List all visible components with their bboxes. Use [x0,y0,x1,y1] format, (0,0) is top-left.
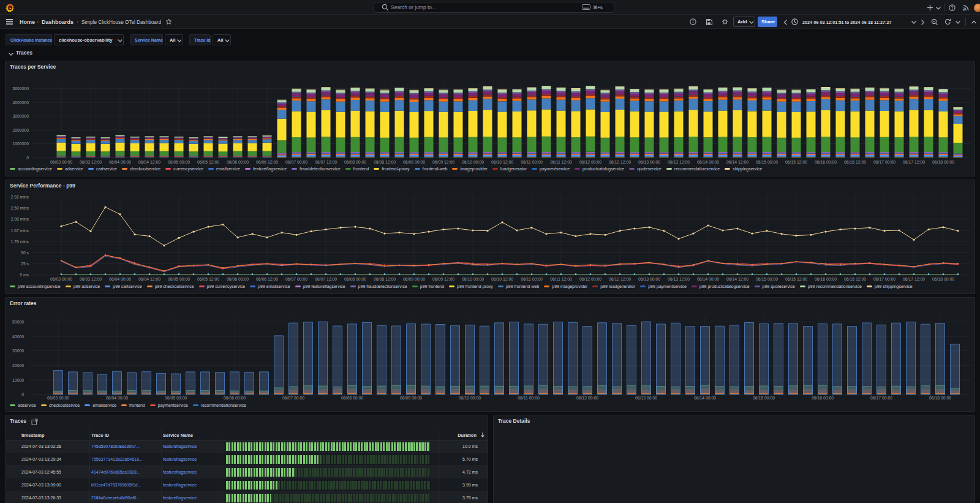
svg-text:0: 0 [26,156,29,160]
svg-text:06/03 00:00: 06/03 00:00 [50,160,72,164]
svg-text:3000000: 3000000 [13,114,29,118]
svg-text:06/15 00:00: 06/15 00:00 [756,160,778,164]
svg-text:2.92 mins: 2.92 mins [11,195,29,199]
svg-text:06/13 00:00: 06/13 00:00 [638,160,660,164]
svg-text:20000: 20000 [12,363,24,368]
svg-text:06/10 00:00: 06/10 00:00 [462,277,484,281]
svg-text:06/17 12:00: 06/17 12:00 [903,160,925,164]
svg-text:06/14 00:00: 06/14 00:00 [697,160,719,164]
svg-text:06/07 12:00: 06/07 12:00 [315,277,337,281]
svg-text:06/12 12:00: 06/12 12:00 [609,160,631,164]
svg-text:06/14 00:00: 06/14 00:00 [694,396,716,400]
svg-text:06/16 12:00: 06/16 12:00 [844,160,866,164]
svg-text:06/15 00:00: 06/15 00:00 [756,277,778,281]
svg-text:06/13 12:00: 06/13 12:00 [668,160,690,164]
svg-text:06/16 00:00: 06/16 00:00 [815,277,837,281]
svg-text:06/09 00:00: 06/09 00:00 [403,160,425,164]
svg-text:06/18 00:00: 06/18 00:00 [932,277,954,281]
svg-text:06/07 00:00: 06/07 00:00 [285,160,307,164]
svg-text:06/17 00:00: 06/17 00:00 [873,277,895,281]
svg-text:06/11 00:00: 06/11 00:00 [518,396,540,400]
svg-text:06/13 00:00: 06/13 00:00 [635,396,657,400]
svg-text:06/10 12:00: 06/10 12:00 [491,160,513,164]
svg-text:06/04 12:00: 06/04 12:00 [138,160,160,164]
svg-text:06/16 00:00: 06/16 00:00 [815,160,837,164]
svg-text:06/10 00:00: 06/10 00:00 [462,160,484,164]
svg-text:06/04 00:00: 06/04 00:00 [109,277,131,281]
svg-text:06/09 12:00: 06/09 12:00 [432,277,454,281]
svg-text:06/09 00:00: 06/09 00:00 [400,396,422,400]
svg-text:06/05 12:00: 06/05 12:00 [197,277,219,281]
svg-text:10000: 10000 [12,378,24,382]
svg-text:06/15 12:00: 06/15 12:00 [785,160,807,164]
svg-text:50 s: 50 s [21,251,29,255]
svg-text:06/06 12:00: 06/06 12:00 [256,160,278,164]
svg-text:06/12 00:00: 06/12 00:00 [579,160,601,164]
svg-text:06/05 00:00: 06/05 00:00 [165,396,187,400]
svg-text:06/18 00:00: 06/18 00:00 [932,160,954,164]
svg-text:06/15 12:00: 06/15 12:00 [785,277,807,281]
svg-text:06/13 00:00: 06/13 00:00 [638,277,660,281]
svg-text:06/07 00:00: 06/07 00:00 [285,277,307,281]
svg-text:06/16 12:00: 06/16 12:00 [844,277,866,281]
svg-text:06/17 12:00: 06/17 12:00 [903,277,925,281]
svg-text:06/12 00:00: 06/12 00:00 [579,277,601,281]
svg-text:06/05 00:00: 06/05 00:00 [168,160,190,164]
svg-text:1.67 mins: 1.67 mins [11,229,29,233]
svg-text:06/03 00:00: 06/03 00:00 [47,396,69,400]
svg-text:06/14 00:00: 06/14 00:00 [697,277,719,281]
svg-text:06/11 12:00: 06/11 12:00 [550,160,572,164]
svg-text:06/08 12:00: 06/08 12:00 [374,160,396,164]
svg-text:06/12 00:00: 06/12 00:00 [576,396,598,400]
svg-text:06/11 12:00: 06/11 12:00 [550,277,572,281]
svg-text:2.50 mins: 2.50 mins [11,206,29,210]
svg-text:1000000: 1000000 [13,142,29,146]
svg-text:06/11 00:00: 06/11 00:00 [521,160,543,164]
svg-text:4000000: 4000000 [13,100,29,105]
svg-text:06/08 00:00: 06/08 00:00 [344,160,366,164]
svg-text:06/16 00:00: 06/16 00:00 [812,396,834,400]
svg-text:06/07 00:00: 06/07 00:00 [282,396,304,400]
svg-text:06/12 12:00: 06/12 12:00 [609,277,631,281]
svg-text:06/09 12:00: 06/09 12:00 [432,160,454,164]
svg-text:40000: 40000 [12,335,24,339]
svg-text:30000: 30000 [12,349,24,353]
svg-text:06/04 12:00: 06/04 12:00 [138,277,160,281]
svg-text:06/09 00:00: 06/09 00:00 [403,277,425,281]
svg-text:06/06 12:00: 06/06 12:00 [256,277,278,281]
svg-text:06/06 00:00: 06/06 00:00 [227,160,249,164]
svg-text:06/08 00:00: 06/08 00:00 [341,396,363,400]
svg-text:50000: 50000 [12,320,24,324]
svg-text:06/18 00:00: 06/18 00:00 [929,396,951,400]
svg-text:06/07 12:00: 06/07 12:00 [315,160,337,164]
svg-text:06/17 00:00: 06/17 00:00 [870,396,892,400]
svg-text:06/14 12:00: 06/14 12:00 [726,160,748,164]
svg-text:06/05 12:00: 06/05 12:00 [197,160,219,164]
svg-text:06/11 00:00: 06/11 00:00 [521,277,543,281]
svg-text:06/03 12:00: 06/03 12:00 [80,277,102,281]
svg-text:0 ms: 0 ms [20,273,29,277]
svg-text:06/03 12:00: 06/03 12:00 [80,160,102,164]
svg-text:06/17 00:00: 06/17 00:00 [873,160,895,164]
svg-text:0: 0 [21,392,24,396]
svg-text:06/10 00:00: 06/10 00:00 [459,396,481,400]
svg-text:06/06 00:00: 06/06 00:00 [224,396,246,400]
svg-text:06/13 12:00: 06/13 12:00 [668,277,690,281]
svg-text:06/06 00:00: 06/06 00:00 [227,277,249,281]
svg-text:06/08 12:00: 06/08 12:00 [374,277,396,281]
svg-text:06/14 12:00: 06/14 12:00 [726,277,748,281]
svg-text:06/10 12:00: 06/10 12:00 [491,277,513,281]
svg-text:06/04 00:00: 06/04 00:00 [106,396,128,400]
svg-text:06/15 00:00: 06/15 00:00 [753,396,775,400]
svg-text:06/08 00:00: 06/08 00:00 [344,277,366,281]
svg-text:25 s: 25 s [21,262,29,266]
svg-text:2.08 mins: 2.08 mins [11,217,29,221]
svg-text:06/04 00:00: 06/04 00:00 [109,160,131,164]
svg-text:06/05 00:00: 06/05 00:00 [168,277,190,281]
svg-text:06/03 00:00: 06/03 00:00 [50,277,72,281]
svg-text:5000000: 5000000 [13,86,29,91]
svg-text:2000000: 2000000 [13,128,29,132]
svg-text:1.25 mins: 1.25 mins [11,240,29,244]
